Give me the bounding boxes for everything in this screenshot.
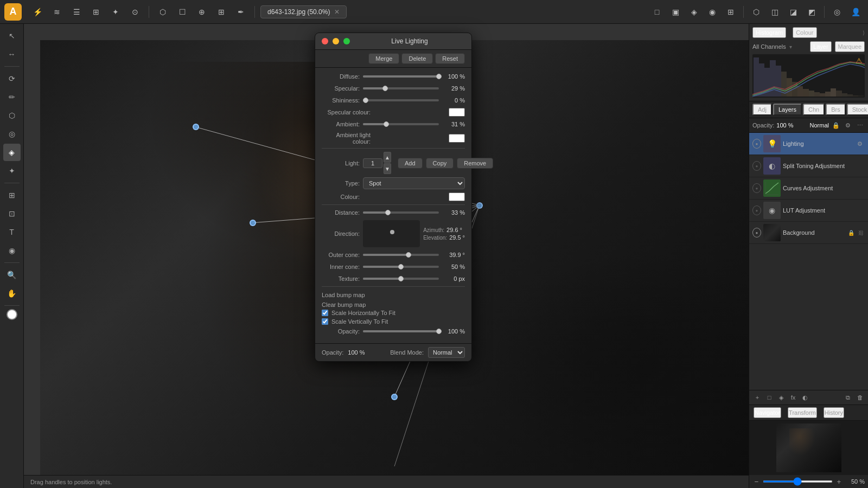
outer-cone-thumb[interactable] — [406, 252, 411, 258]
tab-stock[interactable]: Stock — [847, 104, 868, 115]
tool-paint[interactable]: ✏ — [3, 88, 21, 106]
texture-thumb[interactable] — [398, 276, 404, 281]
channels-arrow[interactable]: ▾ — [789, 44, 792, 50]
more-btn[interactable]: ⋯ — [855, 120, 865, 130]
tab-transform[interactable]: Transform — [788, 407, 817, 418]
tool-retouch[interactable]: ◈ — [3, 144, 21, 161]
layer-vis-split[interactable]: ● — [752, 162, 761, 170]
texture-slider[interactable] — [363, 278, 439, 280]
direction-dot[interactable] — [390, 230, 394, 234]
group-layer-btn[interactable]: □ — [764, 393, 774, 402]
distance-thumb[interactable] — [385, 210, 391, 215]
layer-item-split[interactable]: ● ◐ Split Toning Adjustment — [749, 155, 868, 177]
bump-opacity-slider[interactable] — [363, 330, 439, 332]
tool-eyedropper[interactable]: ◉ — [3, 242, 21, 259]
lock-btn[interactable]: 🔒 — [831, 120, 841, 130]
outer-cone-slider-wrap[interactable] — [363, 251, 439, 259]
toolbar-btn-6[interactable]: ⊙ — [127, 4, 143, 20]
tool-clone[interactable]: ◎ — [3, 125, 21, 143]
stepper-up[interactable]: ▲ — [384, 152, 391, 163]
tool-transform-left[interactable]: ↔ — [3, 46, 21, 63]
shininess-thumb[interactable] — [363, 98, 368, 103]
tool-pen[interactable]: ✒ — [233, 4, 249, 20]
direction-area[interactable] — [363, 220, 420, 247]
tab-layers[interactable]: Layers — [773, 104, 802, 115]
foreground-color[interactable] — [7, 309, 17, 320]
delete-btn[interactable]: Delete — [401, 53, 433, 64]
export-btn[interactable]: ◫ — [767, 4, 783, 20]
shininess-slider[interactable] — [363, 99, 439, 101]
ambient-thumb[interactable] — [384, 121, 389, 127]
view-btn-1[interactable]: □ — [649, 4, 665, 20]
tool-crop[interactable]: ⊞ — [213, 4, 229, 20]
specular-slider-wrap[interactable] — [363, 84, 439, 93]
scale-v-checkbox[interactable] — [322, 318, 328, 325]
distance-slider[interactable] — [363, 211, 439, 214]
specular-slider[interactable] — [363, 87, 439, 89]
light-colour-swatch[interactable] — [449, 192, 465, 201]
tool-transform[interactable]: ⊕ — [194, 4, 210, 20]
specular-thumb[interactable] — [382, 86, 388, 91]
zoom-out-btn[interactable]: − — [752, 477, 761, 486]
tool-shape[interactable]: ⬡ — [3, 107, 21, 124]
remove-light-btn[interactable]: Remove — [457, 158, 493, 169]
layer-vis-lighting[interactable]: ● — [752, 139, 761, 148]
toolbar-btn-1[interactable]: ⚡ — [29, 4, 46, 20]
mask-layer-btn[interactable]: ◈ — [776, 393, 786, 402]
inner-cone-thumb[interactable] — [398, 264, 404, 269]
layer-vis-curves[interactable]: ● — [752, 184, 761, 192]
specular-colour-swatch[interactable] — [449, 108, 465, 117]
footer-opacity-value[interactable]: 100 % — [348, 349, 365, 356]
filename-badge[interactable]: d643-132.jpg (50.0%) ✕ — [260, 5, 347, 18]
layer-item-lut[interactable]: ● ◉ LUT Adjustment — [749, 200, 868, 222]
share-btn[interactable]: ⬡ — [748, 4, 764, 20]
outer-cone-slider[interactable] — [363, 254, 439, 256]
layer-vis-bg[interactable]: ● — [752, 228, 761, 237]
diffuse-slider[interactable] — [363, 75, 439, 78]
guide-btn[interactable]: ◉ — [704, 4, 720, 20]
type-select[interactable]: Spot Directional Point — [363, 177, 465, 189]
tool-erase[interactable]: ✦ — [3, 162, 21, 179]
blend-mode-value[interactable]: Normal — [810, 122, 829, 129]
tool-select[interactable]: ☐ — [174, 4, 190, 20]
tool-lasso[interactable]: ⟳ — [3, 70, 21, 87]
layer-item-bg[interactable]: ● Background 🔒 ⛓ — [749, 222, 868, 244]
tool-pan[interactable]: ✋ — [3, 285, 21, 302]
load-bump-map-link[interactable]: Load bump map — [322, 290, 465, 300]
traffic-light-green[interactable] — [343, 38, 350, 44]
add-light-btn[interactable]: Add — [398, 158, 423, 169]
copy-layer-btn[interactable]: ⧉ — [843, 393, 853, 402]
traffic-light-yellow[interactable] — [333, 38, 339, 44]
copy-light-btn[interactable]: Copy — [426, 158, 454, 169]
layer-item-curves[interactable]: ● Curves Adjustment — [749, 177, 868, 200]
texture-slider-wrap[interactable] — [363, 274, 439, 283]
search-btn[interactable]: ◎ — [829, 4, 845, 20]
ambient-slider-wrap[interactable] — [363, 120, 439, 129]
light-point-2[interactable] — [250, 220, 256, 226]
tab-brs[interactable]: Brs — [826, 104, 846, 115]
distance-slider-wrap[interactable] — [363, 208, 439, 217]
layer-options-lighting[interactable]: ⚙ — [855, 139, 865, 149]
snap-btn[interactable]: ◈ — [686, 4, 702, 20]
tool-move[interactable]: ⬡ — [155, 4, 171, 20]
footer-blend-select[interactable]: Normal Multiply Screen Overlay — [428, 347, 465, 358]
light-number-input[interactable] — [363, 158, 382, 168]
tab-chn[interactable]: Chn — [803, 104, 825, 115]
tool-text[interactable]: T — [3, 223, 21, 241]
zoom-in-btn[interactable]: + — [835, 477, 843, 486]
layer-item-lighting[interactable]: ● 💡 Lighting ⚙ — [749, 133, 868, 155]
ambient-colour-swatch[interactable] — [449, 134, 465, 143]
adj-layer-btn[interactable]: ◐ — [800, 393, 810, 402]
ambient-slider[interactable] — [363, 123, 439, 125]
tab-history[interactable]: History — [824, 407, 844, 418]
diffuse-thumb[interactable] — [436, 74, 442, 79]
fx-layer-btn[interactable]: fx — [788, 393, 798, 402]
add-layer-btn[interactable]: + — [752, 393, 762, 402]
zoom-slider[interactable] — [763, 480, 833, 483]
light-point-1[interactable] — [193, 124, 199, 130]
bump-opacity-thumb[interactable] — [436, 329, 442, 334]
del-layer-btn[interactable]: 🗑 — [855, 393, 865, 402]
toolbar-btn-5[interactable]: ✦ — [107, 4, 124, 20]
grid-btn[interactable]: ⊞ — [723, 4, 739, 20]
inner-cone-slider-wrap[interactable] — [363, 262, 439, 271]
